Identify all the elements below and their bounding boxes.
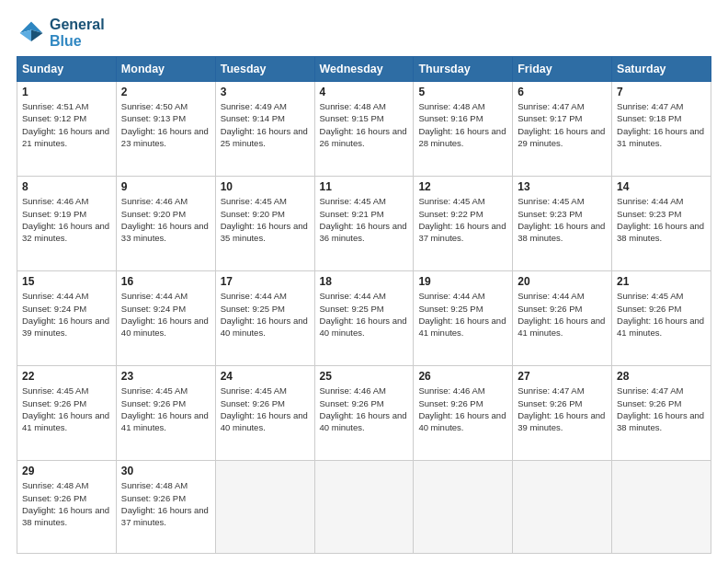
day-info: Sunrise: 4:45 AM Sunset: 9:21 PM Dayligh… bbox=[320, 195, 409, 244]
day-number: 4 bbox=[320, 86, 409, 98]
calendar-cell: 25 Sunrise: 4:46 AM Sunset: 9:26 PM Dayl… bbox=[314, 366, 414, 461]
calendar-cell: 3 Sunrise: 4:49 AM Sunset: 9:14 PM Dayli… bbox=[215, 82, 314, 177]
day-number: 16 bbox=[121, 275, 210, 288]
day-number: 1 bbox=[22, 86, 111, 98]
col-thursday: Thursday bbox=[414, 57, 513, 82]
calendar-cell: 21 Sunrise: 4:45 AM Sunset: 9:26 PM Dayl… bbox=[612, 271, 711, 366]
day-info: Sunrise: 4:45 AM Sunset: 9:23 PM Dayligh… bbox=[518, 195, 607, 244]
day-info: Sunrise: 4:49 AM Sunset: 9:14 PM Dayligh… bbox=[221, 100, 310, 149]
col-tuesday: Tuesday bbox=[215, 57, 314, 82]
calendar-cell: 7 Sunrise: 4:47 AM Sunset: 9:18 PM Dayli… bbox=[612, 82, 711, 177]
day-info: Sunrise: 4:44 AM Sunset: 9:24 PM Dayligh… bbox=[121, 290, 210, 339]
calendar-cell: 9 Sunrise: 4:46 AM Sunset: 9:20 PM Dayli… bbox=[116, 177, 215, 271]
calendar-cell: 8 Sunrise: 4:46 AM Sunset: 9:19 PM Dayli… bbox=[17, 177, 117, 271]
calendar-cell: 22 Sunrise: 4:45 AM Sunset: 9:26 PM Dayl… bbox=[17, 366, 117, 461]
day-info: Sunrise: 4:47 AM Sunset: 9:18 PM Dayligh… bbox=[617, 100, 706, 149]
day-number: 25 bbox=[320, 370, 409, 383]
day-info: Sunrise: 4:45 AM Sunset: 9:26 PM Dayligh… bbox=[121, 385, 210, 433]
day-number: 29 bbox=[22, 465, 111, 477]
day-number: 6 bbox=[518, 86, 607, 98]
day-number: 28 bbox=[617, 370, 706, 383]
calendar-cell: 19 Sunrise: 4:44 AM Sunset: 9:25 PM Dayl… bbox=[414, 271, 513, 366]
calendar-week-row: 8 Sunrise: 4:46 AM Sunset: 9:19 PM Dayli… bbox=[17, 177, 711, 271]
calendar-cell: 15 Sunrise: 4:44 AM Sunset: 9:24 PM Dayl… bbox=[17, 271, 117, 366]
day-number: 14 bbox=[617, 180, 706, 193]
calendar-cell bbox=[612, 461, 711, 554]
day-number: 21 bbox=[617, 275, 706, 288]
day-info: Sunrise: 4:45 AM Sunset: 9:20 PM Dayligh… bbox=[221, 195, 310, 244]
calendar-cell bbox=[513, 461, 612, 554]
calendar-cell: 4 Sunrise: 4:48 AM Sunset: 9:15 PM Dayli… bbox=[314, 82, 414, 177]
day-info: Sunrise: 4:51 AM Sunset: 9:12 PM Dayligh… bbox=[22, 100, 111, 149]
calendar-cell: 10 Sunrise: 4:45 AM Sunset: 9:20 PM Dayl… bbox=[215, 177, 314, 271]
day-info: Sunrise: 4:48 AM Sunset: 9:16 PM Dayligh… bbox=[418, 100, 507, 149]
calendar-cell: 1 Sunrise: 4:51 AM Sunset: 9:12 PM Dayli… bbox=[17, 82, 117, 177]
day-info: Sunrise: 4:45 AM Sunset: 9:26 PM Dayligh… bbox=[617, 290, 706, 339]
calendar-cell: 16 Sunrise: 4:44 AM Sunset: 9:24 PM Dayl… bbox=[116, 271, 215, 366]
calendar-week-row: 22 Sunrise: 4:45 AM Sunset: 9:26 PM Dayl… bbox=[17, 366, 711, 461]
day-info: Sunrise: 4:50 AM Sunset: 9:13 PM Dayligh… bbox=[121, 100, 210, 149]
day-number: 10 bbox=[221, 180, 310, 193]
calendar-week-row: 1 Sunrise: 4:51 AM Sunset: 9:12 PM Dayli… bbox=[17, 82, 711, 177]
col-monday: Monday bbox=[116, 57, 215, 82]
calendar-cell: 5 Sunrise: 4:48 AM Sunset: 9:16 PM Dayli… bbox=[414, 82, 513, 177]
col-saturday: Saturday bbox=[612, 57, 711, 82]
day-info: Sunrise: 4:47 AM Sunset: 9:26 PM Dayligh… bbox=[617, 385, 706, 433]
calendar-cell: 26 Sunrise: 4:46 AM Sunset: 9:26 PM Dayl… bbox=[414, 366, 513, 461]
day-number: 13 bbox=[518, 180, 607, 193]
calendar-cell: 13 Sunrise: 4:45 AM Sunset: 9:23 PM Dayl… bbox=[513, 177, 612, 271]
calendar-week-row: 29 Sunrise: 4:48 AM Sunset: 9:26 PM Dayl… bbox=[17, 461, 711, 554]
calendar-cell bbox=[314, 461, 414, 554]
day-number: 19 bbox=[418, 275, 507, 288]
calendar-cell: 29 Sunrise: 4:48 AM Sunset: 9:26 PM Dayl… bbox=[17, 461, 117, 554]
calendar-cell: 2 Sunrise: 4:50 AM Sunset: 9:13 PM Dayli… bbox=[116, 82, 215, 177]
logo: General Blue bbox=[17, 17, 105, 49]
calendar-cell: 18 Sunrise: 4:44 AM Sunset: 9:25 PM Dayl… bbox=[314, 271, 414, 366]
col-wednesday: Wednesday bbox=[314, 57, 414, 82]
calendar-cell: 11 Sunrise: 4:45 AM Sunset: 9:21 PM Dayl… bbox=[314, 177, 414, 271]
day-info: Sunrise: 4:44 AM Sunset: 9:26 PM Dayligh… bbox=[518, 290, 607, 339]
day-info: Sunrise: 4:46 AM Sunset: 9:26 PM Dayligh… bbox=[418, 385, 507, 433]
day-number: 20 bbox=[518, 275, 607, 288]
day-number: 24 bbox=[221, 370, 310, 383]
day-number: 30 bbox=[121, 465, 210, 477]
day-info: Sunrise: 4:47 AM Sunset: 9:26 PM Dayligh… bbox=[518, 385, 607, 433]
calendar-cell: 28 Sunrise: 4:47 AM Sunset: 9:26 PM Dayl… bbox=[612, 366, 711, 461]
calendar-table: Sunday Monday Tuesday Wednesday Thursday… bbox=[17, 56, 711, 554]
day-number: 15 bbox=[22, 275, 111, 288]
calendar-cell bbox=[215, 461, 314, 554]
calendar-cell: 14 Sunrise: 4:44 AM Sunset: 9:23 PM Dayl… bbox=[612, 177, 711, 271]
day-info: Sunrise: 4:46 AM Sunset: 9:20 PM Dayligh… bbox=[121, 195, 210, 244]
day-info: Sunrise: 4:48 AM Sunset: 9:26 PM Dayligh… bbox=[22, 479, 111, 528]
day-info: Sunrise: 4:44 AM Sunset: 9:25 PM Dayligh… bbox=[320, 290, 409, 339]
col-friday: Friday bbox=[513, 57, 612, 82]
day-number: 9 bbox=[121, 180, 210, 193]
calendar-cell: 23 Sunrise: 4:45 AM Sunset: 9:26 PM Dayl… bbox=[116, 366, 215, 461]
day-number: 17 bbox=[221, 275, 310, 288]
day-info: Sunrise: 4:48 AM Sunset: 9:26 PM Dayligh… bbox=[121, 479, 210, 528]
day-number: 27 bbox=[518, 370, 607, 383]
calendar-header-row: Sunday Monday Tuesday Wednesday Thursday… bbox=[17, 57, 711, 82]
day-number: 5 bbox=[418, 86, 507, 98]
calendar-cell: 17 Sunrise: 4:44 AM Sunset: 9:25 PM Dayl… bbox=[215, 271, 314, 366]
day-number: 22 bbox=[22, 370, 111, 383]
day-number: 26 bbox=[418, 370, 507, 383]
day-number: 12 bbox=[418, 180, 507, 193]
day-info: Sunrise: 4:45 AM Sunset: 9:26 PM Dayligh… bbox=[221, 385, 310, 433]
header: General Blue bbox=[17, 17, 711, 49]
day-number: 18 bbox=[320, 275, 409, 288]
day-number: 23 bbox=[121, 370, 210, 383]
day-info: Sunrise: 4:44 AM Sunset: 9:24 PM Dayligh… bbox=[22, 290, 111, 339]
logo-text: General Blue bbox=[50, 17, 105, 49]
day-info: Sunrise: 4:47 AM Sunset: 9:17 PM Dayligh… bbox=[518, 100, 607, 149]
day-info: Sunrise: 4:48 AM Sunset: 9:15 PM Dayligh… bbox=[320, 100, 409, 149]
calendar-week-row: 15 Sunrise: 4:44 AM Sunset: 9:24 PM Dayl… bbox=[17, 271, 711, 366]
col-sunday: Sunday bbox=[17, 57, 117, 82]
calendar-cell bbox=[414, 461, 513, 554]
day-info: Sunrise: 4:44 AM Sunset: 9:23 PM Dayligh… bbox=[617, 195, 706, 244]
logo-icon bbox=[17, 18, 46, 48]
day-info: Sunrise: 4:45 AM Sunset: 9:22 PM Dayligh… bbox=[418, 195, 507, 244]
day-number: 8 bbox=[22, 180, 111, 193]
day-info: Sunrise: 4:46 AM Sunset: 9:19 PM Dayligh… bbox=[22, 195, 111, 244]
calendar-cell: 6 Sunrise: 4:47 AM Sunset: 9:17 PM Dayli… bbox=[513, 82, 612, 177]
